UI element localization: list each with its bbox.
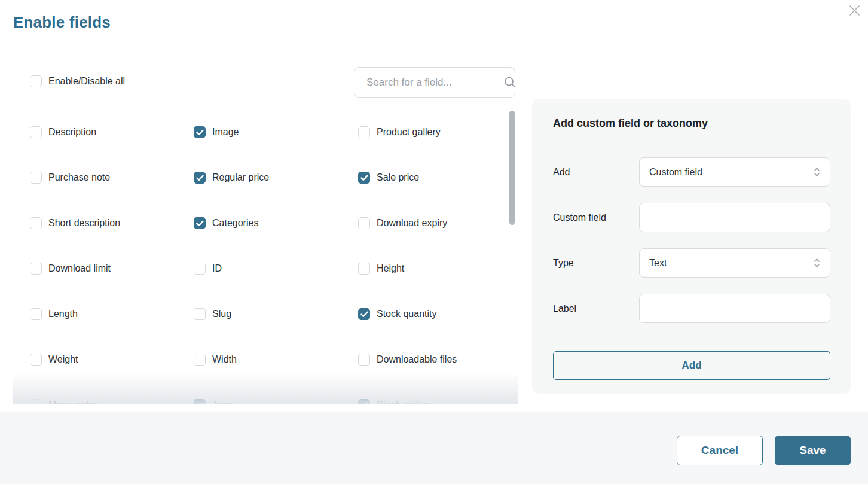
checkbox-icon [194, 308, 206, 320]
field-checkbox-item[interactable]: Regular price [177, 155, 341, 200]
add-select-value: Custom field [649, 167, 702, 178]
field-label: Product gallery [377, 127, 441, 138]
field-checkbox-item[interactable]: Stock status [341, 382, 518, 404]
field-label: Regular price [212, 172, 269, 183]
add-label: Add [553, 167, 639, 178]
enable-disable-all-label: Enable/Disable all [48, 76, 125, 87]
checkbox-icon [358, 354, 370, 366]
checkbox-icon [358, 172, 370, 184]
header-divider [13, 106, 518, 106]
enable-disable-all-checkbox[interactable]: Enable/Disable all [30, 75, 125, 87]
field-checkbox-item[interactable]: Width [177, 337, 341, 382]
add-custom-field-panel: Add custom field or taxonomy Add Custom … [532, 99, 851, 394]
field-checkbox-item[interactable]: Product gallery [341, 109, 518, 155]
chevron-up-down-icon [812, 166, 821, 178]
field-label: Downloadable files [377, 354, 457, 365]
field-label: Purchase note [48, 172, 110, 183]
checkbox-icon [194, 126, 206, 138]
label-row: Label [553, 294, 830, 323]
field-checkbox-item[interactable]: Purchase note [13, 155, 177, 200]
field-checkbox-item[interactable]: Description [13, 109, 177, 155]
field-label: Description [48, 127, 96, 138]
field-label: Download limit [48, 263, 111, 274]
label-input[interactable] [640, 294, 830, 322]
scrollbar-thumb[interactable] [509, 111, 515, 225]
custom-field-input[interactable] [640, 203, 830, 232]
search-icon [503, 76, 516, 89]
type-select[interactable]: Text [639, 248, 830, 278]
field-label: Image [212, 127, 239, 138]
checkbox-icon [30, 75, 42, 87]
checkbox-icon [358, 399, 370, 404]
custom-field-label: Custom field [553, 212, 639, 223]
label-input-wrap [639, 294, 830, 323]
field-label: Length [48, 309, 78, 319]
checkbox-icon [358, 126, 370, 138]
custom-field-input-wrap [639, 203, 830, 232]
checkbox-icon [194, 172, 206, 184]
fields-list: Description Image Product gallery Purcha… [13, 109, 518, 404]
field-label: Short description [48, 218, 120, 229]
field-checkbox-item[interactable]: Image [177, 109, 341, 155]
add-select[interactable]: Custom field [639, 157, 830, 187]
field-label: Width [212, 354, 237, 365]
modal-footer: Cancel Save [0, 412, 868, 484]
checkbox-icon [30, 172, 42, 184]
field-checkbox-item[interactable]: Tags [177, 382, 341, 404]
checkbox-icon [30, 354, 42, 366]
panel-title: Add custom field or taxonomy [553, 116, 830, 130]
field-label: ID [212, 263, 222, 274]
field-label: Download expiry [377, 218, 447, 229]
checkbox-icon [358, 308, 370, 320]
field-label: Stock quantity [377, 309, 437, 319]
field-label: Sale price [377, 172, 419, 183]
type-select-value: Text [649, 258, 667, 269]
field-checkbox-item[interactable]: Menu order [13, 382, 177, 404]
search-input[interactable] [354, 68, 503, 97]
field-checkbox-item[interactable]: Weight [13, 337, 177, 382]
field-checkbox-item[interactable]: Stock quantity [341, 291, 518, 337]
checkbox-icon [194, 263, 206, 275]
field-checkbox-item[interactable]: Short description [13, 200, 177, 246]
checkbox-icon [30, 399, 42, 404]
field-label: Menu order [48, 400, 97, 404]
checkbox-icon [194, 399, 206, 404]
field-label: Stock status [377, 400, 429, 404]
type-label: Type [553, 258, 639, 269]
enable-fields-modal: Enable fields Enable/Disable all Descrip… [0, 0, 868, 484]
chevron-up-down-icon [812, 257, 821, 269]
field-checkbox-item[interactable]: Length [13, 291, 177, 337]
checkbox-icon [358, 217, 370, 229]
custom-field-row: Custom field [553, 203, 830, 232]
checkbox-icon [358, 263, 370, 275]
close-icon[interactable] [845, 1, 863, 19]
page-title: Enable fields [13, 13, 111, 32]
field-search [354, 67, 515, 98]
add-button[interactable]: Add [553, 351, 830, 380]
field-label: Categories [212, 218, 258, 229]
field-label: Height [377, 263, 404, 274]
fields-grid: Description Image Product gallery Purcha… [13, 109, 518, 404]
checkbox-icon [30, 217, 42, 229]
checkbox-icon [30, 263, 42, 275]
field-checkbox-item[interactable]: Download limit [13, 246, 177, 291]
checkbox-icon [30, 126, 42, 138]
field-checkbox-item[interactable]: ID [177, 246, 341, 291]
cancel-button[interactable]: Cancel [677, 436, 763, 465]
field-label: Weight [48, 354, 78, 365]
label-label: Label [553, 303, 639, 314]
checkbox-icon [30, 308, 42, 320]
field-checkbox-item[interactable]: Categories [177, 200, 341, 246]
save-button[interactable]: Save [775, 436, 851, 465]
field-label: Tags [212, 400, 233, 404]
add-row: Add Custom field [553, 157, 830, 187]
field-label: Slug [212, 309, 231, 319]
field-checkbox-item[interactable]: Downloadable files [341, 337, 518, 382]
field-checkbox-item[interactable]: Download expiry [341, 200, 518, 246]
field-checkbox-item[interactable]: Height [341, 246, 518, 291]
field-checkbox-item[interactable]: Sale price [341, 155, 518, 200]
checkbox-icon [194, 217, 206, 229]
type-row: Type Text [553, 248, 830, 278]
field-checkbox-item[interactable]: Slug [177, 291, 341, 337]
checkbox-icon [194, 354, 206, 366]
